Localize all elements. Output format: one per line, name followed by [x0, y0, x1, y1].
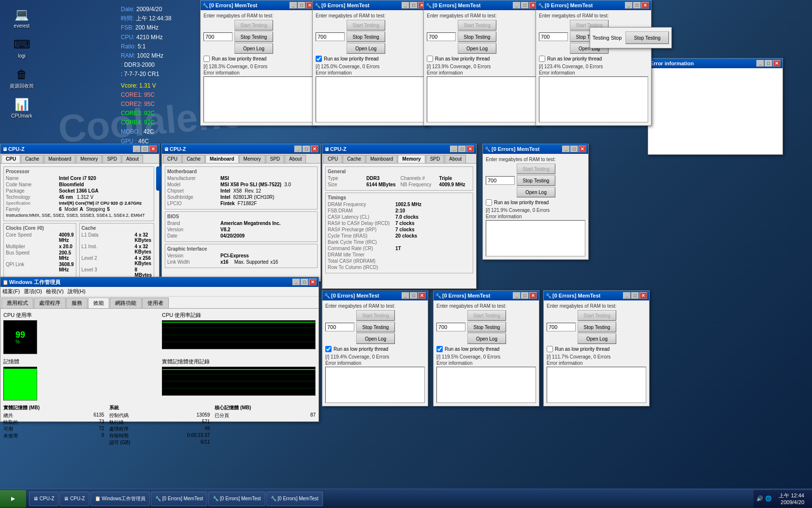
ram-input-6[interactable]	[325, 323, 354, 331]
menu-options[interactable]: 選項(O)	[24, 288, 42, 295]
priority-checkbox-5[interactable]	[486, 199, 492, 206]
ram-input-2[interactable]	[316, 32, 345, 41]
open-log-btn-5[interactable]: Open Log	[517, 187, 555, 197]
maximize-btn-6[interactable]: □	[410, 292, 418, 299]
cpuz-restore-left[interactable]: □	[141, 146, 149, 152]
tab-about-mem[interactable]: About	[445, 155, 466, 163]
stop-testing-btn-7[interactable]: Stop Testing	[467, 322, 506, 332]
close-btn-6[interactable]: ✕	[418, 292, 426, 299]
error-restore[interactable]: □	[765, 60, 772, 67]
taskbar-mt1[interactable]: 🔧 [0 Errors] MemTest	[151, 492, 207, 506]
open-log-btn-2[interactable]: Open Log	[347, 43, 385, 54]
priority-checkbox-6[interactable]	[325, 346, 332, 352]
minimize-btn-6[interactable]: _	[402, 292, 409, 299]
open-log-btn-6[interactable]: Open Log	[356, 333, 395, 344]
error-close[interactable]: ✕	[773, 60, 781, 67]
start-testing-btn-5[interactable]: Start Testing	[517, 164, 555, 174]
tab-processes[interactable]: 處理程序	[34, 298, 66, 308]
tab-cpu-right[interactable]: CPU	[163, 155, 182, 163]
taskbar-cpuz-2[interactable]: 🖥 CPU-Z	[59, 492, 89, 506]
taskman-restore[interactable]: □	[301, 279, 308, 285]
close-btn-8[interactable]: ✕	[639, 292, 647, 299]
start-testing-btn-8[interactable]: Start Testing	[578, 310, 616, 321]
tab-users[interactable]: 使用者	[142, 298, 169, 308]
stop-testing-popup-btn[interactable]: Stop Testing	[625, 31, 669, 44]
taskbar-mt3[interactable]: 🔧 [0 Errors] MemTest	[266, 492, 323, 506]
start-testing-btn-3[interactable]: Start Testing	[458, 20, 496, 30]
tab-about-right[interactable]: About	[285, 155, 306, 163]
taskbar-taskman[interactable]: 📋 Windows工作管理員	[90, 492, 150, 506]
open-log-btn-1[interactable]: Open Log	[234, 43, 273, 54]
stop-testing-btn-1[interactable]: Stop Testing	[234, 31, 273, 42]
tab-apps[interactable]: 應用程式	[1, 298, 33, 308]
start-testing-btn-6[interactable]: Start Testing	[356, 310, 395, 321]
tab-about-left[interactable]: About	[122, 155, 143, 163]
maximize-btn-8[interactable]: □	[631, 292, 639, 299]
icon-cpumark[interactable]: 📊 CPUmark	[5, 95, 39, 121]
tab-services[interactable]: 服務	[66, 298, 87, 308]
tab-memory-left[interactable]: Memory	[76, 155, 102, 163]
priority-checkbox-8[interactable]	[547, 346, 553, 352]
cpuz-close-right[interactable]: ✕	[311, 146, 319, 152]
tab-memory-right[interactable]: Memory	[239, 155, 265, 163]
start-testing-btn-7[interactable]: Start Testing	[467, 310, 506, 321]
stop-testing-btn-8[interactable]: Stop Testing	[578, 322, 616, 332]
error-minimize[interactable]: _	[756, 60, 764, 67]
minimize-btn-1[interactable]: _	[290, 2, 297, 9]
tab-mainboard-left[interactable]: Mainboard	[44, 155, 75, 163]
tab-performance[interactable]: 效能	[88, 298, 109, 308]
stop-testing-btn-2[interactable]: Stop Testing	[347, 31, 385, 42]
ram-input-3[interactable]	[427, 32, 456, 41]
close-btn-5[interactable]: ✕	[579, 146, 586, 152]
close-btn-7[interactable]: ✕	[529, 292, 537, 299]
open-log-btn-7[interactable]: Open Log	[467, 333, 506, 344]
minimize-btn-7[interactable]: _	[513, 292, 521, 299]
taskbar-mt2[interactable]: 🔧 [0 Errors] MemTest	[208, 492, 265, 506]
tab-network[interactable]: 網路功能	[110, 298, 142, 308]
menu-help[interactable]: 說明(H)	[68, 288, 86, 295]
open-log-btn-3[interactable]: Open Log	[458, 43, 496, 54]
start-testing-btn-1[interactable]: Start Testing	[234, 20, 273, 30]
icon-everest[interactable]: 💻 everest	[5, 5, 39, 31]
cpuz-minimize-mem[interactable]: _	[450, 146, 458, 152]
maximize-btn-5[interactable]: □	[570, 146, 578, 152]
tab-spd-left[interactable]: SPD	[102, 155, 121, 163]
tab-mainboard-right[interactable]: Mainboard	[205, 155, 239, 163]
taskman-close[interactable]: ✕	[309, 279, 317, 285]
start-button[interactable]: ▶	[0, 490, 26, 508]
stop-testing-btn-6[interactable]: Stop Testing	[356, 322, 395, 332]
stop-testing-btn-5[interactable]: Stop Testing	[517, 175, 555, 186]
maximize-btn-1[interactable]: □	[298, 2, 305, 9]
tab-cache-mem[interactable]: Cache	[343, 155, 365, 163]
tab-cache-left[interactable]: Cache	[21, 155, 44, 163]
close-btn-4[interactable]: ✕	[641, 2, 649, 9]
ram-input-1[interactable]	[203, 32, 232, 41]
tab-cache-right[interactable]: Cache	[182, 155, 205, 163]
icon-logi[interactable]: ⌨ logi	[5, 35, 39, 61]
tab-cpu-mem[interactable]: CPU	[323, 155, 342, 163]
menu-view[interactable]: 檢視(V)	[46, 288, 64, 295]
priority-checkbox-4[interactable]	[539, 56, 545, 62]
cpuz-restore-mem[interactable]: □	[458, 146, 466, 152]
cpuz-close-mem[interactable]: ✕	[466, 146, 474, 152]
maximize-btn-3[interactable]: □	[521, 2, 529, 9]
icon-recycle[interactable]: 🗑 資源回收筒	[5, 65, 39, 91]
taskbar-cpuz-1[interactable]: 🖥 CPU-Z	[29, 492, 58, 506]
tab-mainboard-mem[interactable]: Mainboard	[366, 155, 397, 163]
priority-checkbox-7[interactable]	[436, 346, 443, 352]
priority-checkbox-1[interactable]	[203, 56, 210, 62]
minimize-btn-5[interactable]: _	[562, 146, 570, 152]
maximize-btn-2[interactable]: □	[410, 2, 418, 9]
tab-cpu-left[interactable]: CPU	[1, 155, 20, 163]
ram-input-8[interactable]	[547, 323, 576, 331]
cpuz-minimize-right[interactable]: _	[294, 146, 302, 152]
maximize-btn-4[interactable]: □	[633, 2, 641, 9]
tab-spd-mem[interactable]: SPD	[426, 155, 445, 163]
maximize-btn-7[interactable]: □	[521, 292, 529, 299]
ram-input-4[interactable]	[539, 32, 568, 41]
cpuz-restore-right[interactable]: □	[303, 146, 310, 152]
minimize-btn-8[interactable]: _	[623, 292, 631, 299]
start-testing-btn-2[interactable]: Start Testing	[347, 20, 385, 30]
tab-spd-right[interactable]: SPD	[266, 155, 285, 163]
ram-input-7[interactable]	[436, 323, 465, 331]
